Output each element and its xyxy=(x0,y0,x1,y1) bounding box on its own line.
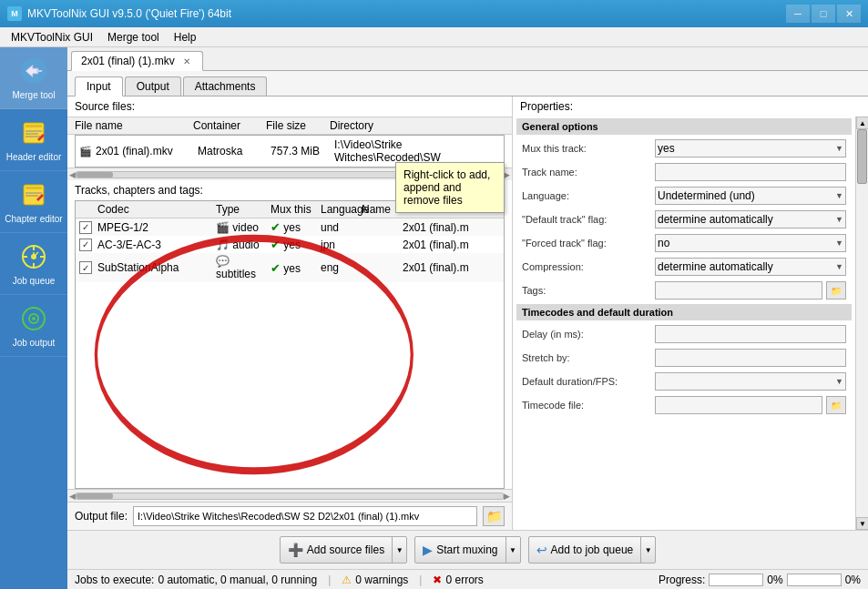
prop-label-trackname: Track name: xyxy=(522,167,649,178)
tracks-scrollbar-thumb xyxy=(77,493,113,499)
prop-label-duration: Default duration/FPS: xyxy=(522,376,649,387)
right-panel: Properties: General options Mux this tra… xyxy=(513,96,868,530)
language-select[interactable]: Undetermined (und) ▼ xyxy=(655,187,846,205)
add-source-icon: ➕ xyxy=(288,543,303,557)
menu-mergetool[interactable]: Merge tool xyxy=(100,27,167,47)
language-select-value: Undetermined (und) xyxy=(658,189,755,202)
file-name: 2x01 (final).mkv xyxy=(96,145,173,157)
prop-label-language: Language: xyxy=(522,190,649,201)
table-row[interactable]: MPEG-1/2 🎬 video ✔ yes und xyxy=(76,218,504,236)
prop-label-stretch: Stretch by: xyxy=(522,352,649,363)
title-bar: M MKVToolNix GUI v9.5.0 ('Quiet Fire') 6… xyxy=(0,0,868,27)
stretch-input[interactable] xyxy=(655,349,846,367)
tags-row: 📁 xyxy=(655,281,846,300)
scrollbar-track-v xyxy=(856,129,868,517)
video-type-icon: 🎬 xyxy=(216,221,230,234)
file-container: Matroska xyxy=(198,145,271,157)
prop-row-duration: Default duration/FPS: ▼ xyxy=(516,370,852,393)
file-size: 757.3 MiB xyxy=(271,145,334,157)
svg-rect-2 xyxy=(26,125,42,127)
menu-help[interactable]: Help xyxy=(167,27,204,47)
menu-mkvtoolnix[interactable]: MKVToolNix GUI xyxy=(4,27,100,47)
start-muxing-label: Start muxing xyxy=(436,543,497,556)
tracks-scrollbar[interactable]: ◀ ▶ xyxy=(67,489,512,502)
track-checkbox-2[interactable] xyxy=(79,239,92,251)
sidebar-label-merge-tool: Merge tool xyxy=(12,90,55,101)
tags-input[interactable] xyxy=(655,281,822,300)
prop-row-tags: Tags: 📁 xyxy=(516,279,852,302)
sidebar-item-job-queue[interactable]: Job queue xyxy=(0,233,67,295)
progress-value-1: 0% xyxy=(767,574,782,586)
main-tab[interactable]: 2x01 (final) (1).mkv ✕ xyxy=(71,51,203,71)
prop-row-language: Language: Undetermined (und) ▼ xyxy=(516,184,852,208)
sub-tab-output[interactable]: Output xyxy=(125,76,181,96)
app-title: MKVToolNix GUI v9.5.0 ('Quiet Fire') 64b… xyxy=(27,7,231,20)
forced-track-select-value: no xyxy=(658,237,669,249)
track-name-input[interactable] xyxy=(655,163,846,181)
scrollbar-thumb-v xyxy=(857,129,867,184)
file-table-header: File name Container File size Directory xyxy=(67,117,512,135)
general-options-header: General options xyxy=(516,118,852,135)
timecode-input[interactable] xyxy=(655,396,822,414)
track-lang-1: und xyxy=(321,221,362,234)
subtitle-type-icon: 💬 xyxy=(216,255,230,268)
chapter-editor-icon xyxy=(17,178,50,211)
sub-tab-attachments[interactable]: Attachments xyxy=(183,76,268,96)
add-queue-dropdown[interactable]: ▼ xyxy=(640,537,655,563)
duration-select-arrow: ▼ xyxy=(835,377,843,386)
left-panel: Source files: File name Container File s… xyxy=(67,96,513,530)
props-scrollbar: ▲ ▼ xyxy=(855,117,868,530)
prop-control-timecode: 📁 xyxy=(655,396,846,414)
check-green-icon: ✔ xyxy=(271,220,281,234)
prop-row-timecode: Timecode file: 📁 xyxy=(516,393,852,417)
properties-scroll: General options Mux this track: yes ▼ xyxy=(513,117,855,530)
close-button[interactable]: ✕ xyxy=(837,5,861,23)
sidebar-item-job-output[interactable]: Job output xyxy=(0,295,67,357)
compression-select[interactable]: determine automatically ▼ xyxy=(655,258,846,276)
table-row[interactable]: AC-3/E-AC-3 🎵 audio ✔ yes jpn xyxy=(76,236,504,253)
track-type-1: video xyxy=(232,221,259,234)
add-queue-label: Add to job queue xyxy=(551,543,634,556)
prop-label-timecode: Timecode file: xyxy=(522,400,649,411)
forced-track-select[interactable]: no ▼ xyxy=(655,234,846,252)
sidebar-label-header-editor: Header editor xyxy=(6,152,62,163)
timecode-browse-button[interactable]: 📁 xyxy=(826,396,846,414)
action-bar: ➕ Add source files ▼ ▶ Start muxing ▼ ↩ … xyxy=(67,530,868,569)
language-select-arrow: ▼ xyxy=(835,191,843,200)
add-source-button[interactable]: ➕ Add source files xyxy=(281,537,392,563)
output-file-input[interactable] xyxy=(133,506,477,526)
default-track-select[interactable]: determine automatically ▼ xyxy=(655,210,846,228)
start-muxing-dropdown[interactable]: ▼ xyxy=(505,537,520,563)
track-codec-2: AC-3/E-AC-3 xyxy=(97,239,216,251)
tracks-section: Tracks, chapters and tags: Codec Type Mu… xyxy=(67,180,512,502)
timecode-row: 📁 xyxy=(655,396,846,414)
error-icon: ✖ xyxy=(433,574,442,586)
table-row[interactable]: SubStationAlpha 💬 subtitles ✔ yes eng xyxy=(76,253,504,282)
track-checkbox-3[interactable] xyxy=(79,261,92,274)
tags-browse-button[interactable]: 📁 xyxy=(826,281,846,300)
minimize-button[interactable]: ─ xyxy=(786,5,810,23)
scrollbar-up-button[interactable]: ▲ xyxy=(856,117,868,129)
jobs-segment: Jobs to execute: 0 automatic, 0 manual, … xyxy=(75,574,317,586)
sidebar-item-chapter-editor[interactable]: Chapter editor xyxy=(0,171,67,233)
maximize-button[interactable]: □ xyxy=(812,5,835,23)
add-to-queue-button[interactable]: ↩ Add to job queue xyxy=(529,537,641,563)
tracks-scrollbar-track xyxy=(76,493,504,500)
sub-tab-input[interactable]: Input xyxy=(75,76,123,96)
sidebar-item-merge-tool[interactable]: Merge tool xyxy=(0,47,67,109)
prop-label-delay: Delay (in ms): xyxy=(522,329,649,340)
track-codec-3: SubStationAlpha xyxy=(97,261,216,274)
add-source-dropdown[interactable]: ▼ xyxy=(392,537,406,563)
mux-track-select[interactable]: yes ▼ xyxy=(655,139,846,157)
delay-input[interactable] xyxy=(655,325,846,343)
start-muxing-button[interactable]: ▶ Start muxing xyxy=(415,537,505,563)
output-browse-button[interactable]: 📁 xyxy=(483,506,505,526)
track-mux-1: yes xyxy=(283,221,301,234)
track-checkbox-1[interactable] xyxy=(79,221,92,234)
timecodes-header: Timecodes and default duration xyxy=(516,304,852,320)
scrollbar-down-button[interactable]: ▼ xyxy=(856,517,868,530)
sidebar-label-chapter-editor: Chapter editor xyxy=(5,214,62,225)
duration-select[interactable]: ▼ xyxy=(655,372,846,391)
sidebar-item-header-editor[interactable]: Header editor xyxy=(0,109,67,171)
tab-close-button[interactable]: ✕ xyxy=(180,56,193,67)
